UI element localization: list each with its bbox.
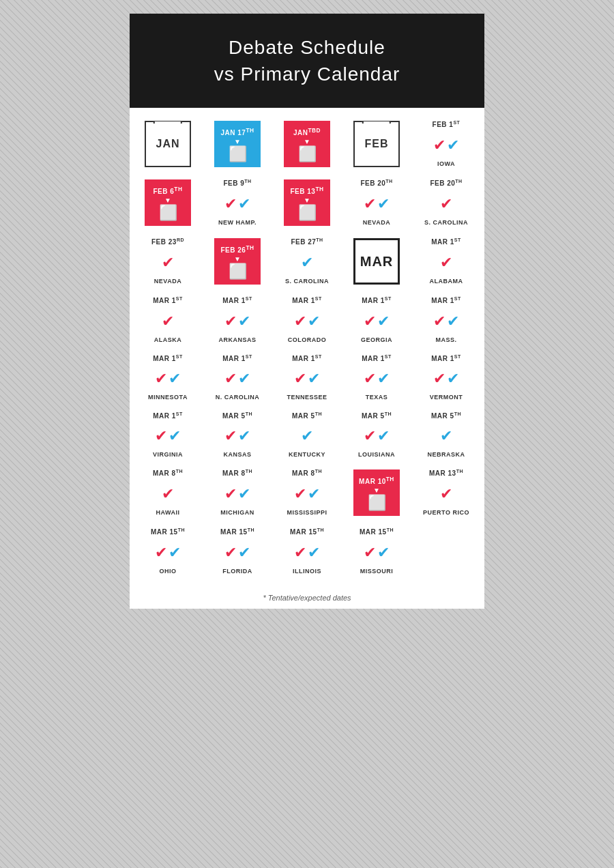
checks: ✔✔ <box>433 366 459 391</box>
state-label: KENTUCKY <box>289 451 325 458</box>
checkmark: ✔ <box>433 371 445 386</box>
checkmark: ✔ <box>169 545 181 560</box>
checks: ✔✔ <box>294 309 320 334</box>
state-label: ALABAMA <box>430 278 463 285</box>
checkmark: ✔ <box>364 197 376 212</box>
checks: ✔✔ <box>155 366 181 391</box>
cell-r0-c4: FEB 1ST ✔✔ IOWA <box>411 115 481 173</box>
state-label: ALASKA <box>154 336 182 343</box>
checkmark: ✔ <box>308 314 320 329</box>
footnote: * Tentative/expected dates <box>130 587 484 609</box>
checkmark: ✔ <box>447 138 459 153</box>
arrow-down: ▼ <box>304 197 310 204</box>
checkmark: ✔ <box>224 371 237 386</box>
cell-r3-c1: MAR 1ST ✔✔ ARKANSAS <box>203 291 272 348</box>
cell-r6-c4: MAR 13TH ✔ PUERTO RICO <box>411 463 481 522</box>
cell-r4-c1: MAR 1ST ✔✔ N. CAROLINA <box>203 349 272 406</box>
cell-r4-c4: MAR 1ST ✔✔ VERMONT <box>411 349 481 406</box>
state-label: ARKANSAS <box>218 336 256 343</box>
cell-r3-c3: MAR 1ST ✔✔ GEORGIA <box>342 291 411 348</box>
cell-r6-c3: MAR 10TH ▼ ⬜ <box>342 463 411 522</box>
checks: ✔ <box>162 482 174 506</box>
date-label: MAR 15TH <box>360 527 394 536</box>
checkmark: ✔ <box>301 255 313 270</box>
checkmark: ✔ <box>364 545 376 560</box>
cell-r2-c0: FEB 23RD ✔ NEVADA <box>133 232 203 291</box>
date-label: MAR 5TH <box>222 411 252 420</box>
state-label: MISSOURI <box>360 568 394 575</box>
date-label: MAR 1ST <box>153 354 183 362</box>
cell-r7-c0: MAR 15TH ✔✔ OHIO <box>133 522 203 579</box>
state-label: MINNESOTA <box>148 394 188 401</box>
state-label: NEVADA <box>154 278 181 285</box>
checkmark: ✔ <box>364 429 376 444</box>
checks: ✔✔ <box>433 133 459 158</box>
tv-screen: ⬜ <box>159 205 177 220</box>
main-grid: JAN JAN 17TH ▼ ⬜ JANTBD ▼ ⬜ <box>130 108 484 586</box>
checkmark: ✔ <box>433 314 445 329</box>
checkmark: ✔ <box>294 314 306 329</box>
checks: ✔ <box>440 250 452 275</box>
cell-r0-c3: FEB <box>342 115 411 173</box>
arrow-down: ▼ <box>304 138 310 145</box>
date-label: MAR 5TH <box>292 411 322 420</box>
date-label: MAR 8TH <box>222 469 252 477</box>
date-label: MAR 1ST <box>431 296 461 304</box>
checkmark: ✔ <box>224 429 237 444</box>
checkmark: ✔ <box>169 429 181 444</box>
cell-r4-c0: MAR 1ST ✔✔ MINNESOTA <box>133 349 203 406</box>
date-label: MAR 15TH <box>151 527 185 536</box>
checkmark: ✔ <box>377 314 390 329</box>
checks: ✔✔ <box>433 309 459 334</box>
checks: ✔✔ <box>364 366 390 391</box>
cell-r0-c1: JAN 17TH ▼ ⬜ <box>203 115 272 173</box>
date-label: MAR 1ST <box>153 411 183 420</box>
checkmark: ✔ <box>364 314 376 329</box>
cell-r5-c3: MAR 5TH ✔✔ LOUISIANA <box>342 406 411 463</box>
state-label: HAWAII <box>156 509 179 516</box>
checkmark: ✔ <box>238 429 250 444</box>
checkmark: ✔ <box>294 371 306 386</box>
checkmark: ✔ <box>224 314 237 329</box>
cal-date: FEB 26TH <box>220 244 254 254</box>
cell-r1-c2: FEB 13TH ▼ ⬜ <box>272 173 342 232</box>
checks: ✔ <box>301 424 313 448</box>
cell-r7-c2: MAR 15TH ✔✔ ILLINOIS <box>272 522 342 579</box>
state-label: S. CAROLINA <box>424 219 468 226</box>
checkmark: ✔ <box>155 545 167 560</box>
cal-date: FEB 6TH <box>154 186 183 195</box>
cell-r2-c4: MAR 1ST ✔ ALABAMA <box>411 232 481 291</box>
date-label: MAR 1ST <box>222 354 252 362</box>
date-label: MAR 8TH <box>153 469 183 477</box>
date-label: MAR 1ST <box>431 237 461 246</box>
date-label: MAR 1ST <box>431 354 461 362</box>
cell-r3-c4: MAR 1ST ✔✔ MASS. <box>411 291 481 348</box>
cell-r5-c1: MAR 5TH ✔✔ KANSAS <box>203 406 272 463</box>
checkmark: ✔ <box>224 197 237 212</box>
cell-r0-c2: JANTBD ▼ ⬜ <box>272 115 342 173</box>
cell-r6-c0: MAR 8TH ✔ HAWAII <box>133 463 203 522</box>
checks: ✔✔ <box>224 424 250 448</box>
cell-r6-c1: MAR 8TH ✔✔ MICHIGAN <box>203 463 272 522</box>
tv-icon: ▼ <box>234 139 241 145</box>
state-label: ILLINOIS <box>293 568 321 575</box>
checks: ✔✔ <box>364 540 390 565</box>
cell-r3-c0: MAR 1ST ✔ ALASKA <box>133 291 203 348</box>
date-label: MAR 1ST <box>292 354 322 362</box>
cell-r3-c2: MAR 1ST ✔✔ COLORADO <box>272 291 342 348</box>
checkmark: ✔ <box>162 487 174 502</box>
cell-r4-c2: MAR 1ST ✔✔ TENNESSEE <box>272 349 342 406</box>
title: Debate Schedule vs Primary Calendar <box>143 34 471 87</box>
checks: ✔ <box>301 250 313 275</box>
date-label: MAR 5TH <box>362 411 392 420</box>
checks: ✔ <box>440 482 452 506</box>
checkmark: ✔ <box>238 197 250 212</box>
checks: ✔ <box>440 424 452 448</box>
state-label: S. CAROLINA <box>285 278 329 285</box>
date-label: MAR 1ST <box>153 296 183 304</box>
checks: ✔✔ <box>155 540 181 565</box>
cell-r5-c4: MAR 5TH ✔ NEBRASKA <box>411 406 481 463</box>
cell-r5-c2: MAR 5TH ✔ KENTUCKY <box>272 406 342 463</box>
checkmark: ✔ <box>308 487 320 502</box>
date-label: MAR 8TH <box>292 469 322 477</box>
